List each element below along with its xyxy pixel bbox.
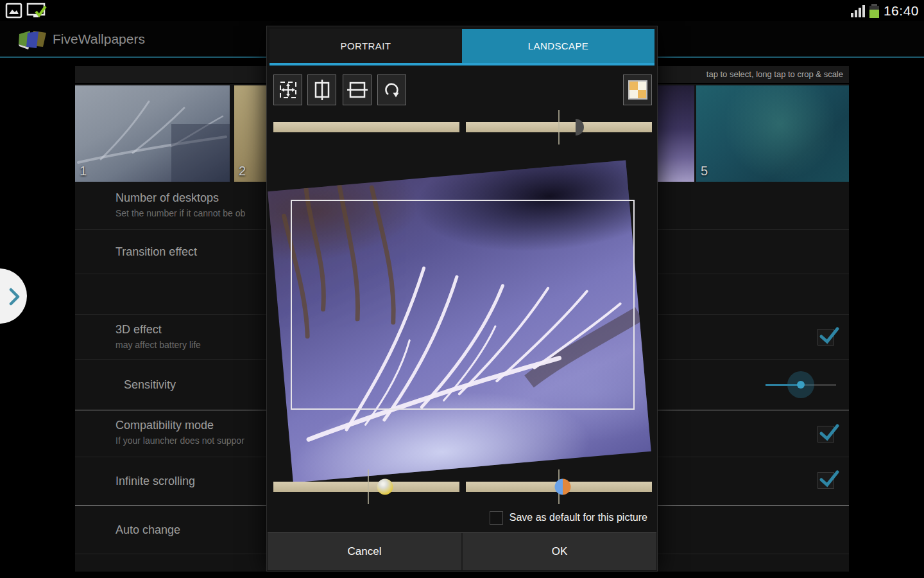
setting-title: Sensitivity <box>124 378 176 392</box>
split-vertical-icon <box>312 80 332 100</box>
dialog-footer: Cancel OK <box>268 532 656 570</box>
status-bar: 16:40 <box>0 0 924 21</box>
brightness-slider[interactable] <box>273 112 459 142</box>
slider-track <box>273 122 459 132</box>
tab-underline <box>270 63 654 66</box>
save-default-row: Save as default for this picture <box>267 504 657 531</box>
wallpaper-edit-dialog: PORTRAIT LANDSCAPE <box>266 26 658 572</box>
3d-effect-checkbox[interactable] <box>817 329 834 346</box>
display-check-notification-icon <box>26 3 47 22</box>
wallpaper-thumbnail-5[interactable]: 5 <box>696 85 849 182</box>
split-vertical-button[interactable] <box>307 74 336 105</box>
slider-track <box>273 482 459 492</box>
battery-icon <box>869 6 879 18</box>
infinite-scrolling-checkbox[interactable] <box>817 472 834 489</box>
signal-strength-icon <box>851 4 865 17</box>
rotate-icon <box>382 80 402 100</box>
setting-title: Infinite scrolling <box>116 475 195 488</box>
split-horizontal-button[interactable] <box>343 74 372 105</box>
pager-next-button[interactable] <box>0 268 27 324</box>
saturation-slider[interactable] <box>273 472 459 502</box>
move-crop-icon <box>278 80 298 100</box>
cancel-button[interactable]: Cancel <box>268 533 461 570</box>
wallpaper-thumbnail-1[interactable]: 1 <box>75 85 230 182</box>
slider-tick <box>368 469 369 504</box>
background-checker-icon <box>628 80 648 100</box>
sensitivity-slider[interactable] <box>766 360 836 410</box>
orientation-tabs: PORTRAIT LANDSCAPE <box>270 29 654 63</box>
tab-landscape[interactable]: LANDSCAPE <box>462 29 654 63</box>
save-default-label: Save as default for this picture <box>509 512 647 523</box>
gallery-notification-icon <box>5 3 22 22</box>
crop-frame[interactable] <box>291 200 635 410</box>
thumbnail-number: 1 <box>80 164 87 179</box>
notification-icons <box>5 3 47 22</box>
save-default-checkbox[interactable] <box>490 511 503 525</box>
ok-button[interactable]: OK <box>463 533 656 570</box>
status-clock: 16:40 <box>884 3 919 19</box>
setting-title: Transition effect <box>116 245 197 259</box>
app-logo-icon <box>18 27 47 55</box>
slider-thumb[interactable] <box>797 381 805 389</box>
compatibility-mode-checkbox[interactable] <box>817 426 834 442</box>
rotate-button[interactable] <box>377 74 406 105</box>
contrast-slider[interactable] <box>466 112 652 142</box>
tab-portrait[interactable]: PORTRAIT <box>270 29 462 63</box>
thumbnail-number: 2 <box>239 164 246 179</box>
move-crop-button[interactable] <box>273 74 302 105</box>
split-horizontal-icon <box>347 80 368 100</box>
chevron-right-icon <box>9 288 21 306</box>
app-title: FiveWallpapers <box>53 21 145 57</box>
setting-title: Auto change <box>116 523 180 537</box>
thumbnail-number: 5 <box>701 164 708 179</box>
temperature-slider[interactable] <box>466 472 652 502</box>
background-checker-button[interactable] <box>623 74 652 105</box>
slider-tick <box>558 110 560 144</box>
